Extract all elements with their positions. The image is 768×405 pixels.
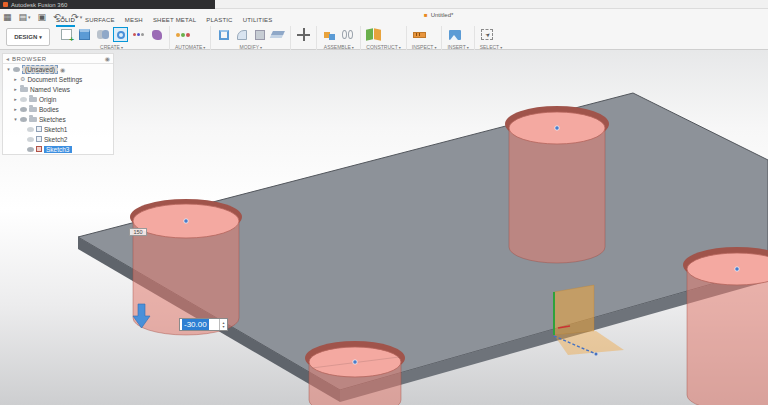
workspace-selector[interactable]: DESIGN ▾	[6, 28, 50, 46]
save-button[interactable]: ▣	[38, 12, 47, 22]
tree-row-sketch3-selected[interactable]: Sketch3	[3, 144, 113, 154]
stepper-control[interactable]: ▴ ▾	[219, 319, 227, 330]
app-title: Autodesk Fusion 360	[11, 2, 67, 8]
ribbon-groups: + CREATE▾ AUTOMATE▾ MODIFY▾	[54, 26, 507, 50]
chevron-down-icon: ▾	[28, 12, 31, 22]
chevron-down-icon: ▾	[352, 45, 354, 50]
group-create: + CREATE▾	[54, 26, 170, 50]
browser-header: ◂ BROWSER ◉	[3, 54, 113, 64]
create-sketch-icon[interactable]: +	[59, 27, 74, 42]
fusion-logo-icon	[3, 2, 8, 7]
caret-right-icon[interactable]: ▸	[13, 96, 18, 102]
title-bar-left: Autodesk Fusion 360	[0, 0, 215, 9]
group-assemble: ASSEMBLE▾	[317, 26, 361, 50]
distance-input[interactable]: -30.00 ▴ ▾	[179, 318, 228, 331]
move-icon[interactable]	[296, 27, 311, 42]
chevron-down-icon: ▾	[399, 45, 401, 50]
tree-root-row[interactable]: ▾ (Unsaved) ◉	[3, 64, 113, 74]
caret-right-icon[interactable]: ▸	[13, 106, 18, 112]
group-select: ➤ SELECT▾	[475, 26, 507, 50]
center-point-bottom[interactable]	[353, 360, 357, 364]
browser-title: BROWSER	[12, 56, 102, 62]
combine-icon[interactable]	[270, 27, 285, 42]
visibility-eye-icon[interactable]	[27, 147, 34, 152]
caret-right-icon[interactable]: ▸	[13, 76, 18, 82]
group-insert: INSERT▾	[442, 26, 474, 50]
ribbon: Autodesk Fusion 360 ▦ ▤▾ ▣ ↶▾ ↷▾ ■ Untit…	[0, 0, 768, 50]
folder-icon	[29, 107, 37, 112]
document-root-label[interactable]: (Unsaved)	[22, 65, 58, 74]
document-icon: ■	[424, 12, 428, 18]
select-icon[interactable]: ➤	[480, 27, 495, 42]
distance-value-selected[interactable]: -30.00	[182, 319, 209, 330]
measure-icon[interactable]	[412, 27, 427, 42]
caret-down-icon[interactable]: ▾	[6, 66, 11, 72]
cylinder-body-top[interactable]	[509, 128, 605, 263]
browser-panel: ◂ BROWSER ◉ ▾ (Unsaved) ◉ ▸ ⚙ Document S…	[2, 53, 114, 155]
sweep-icon[interactable]	[95, 27, 110, 42]
tree-row-sketch2[interactable]: Sketch2	[3, 134, 113, 144]
file-menu-button[interactable]: ▤▾	[19, 12, 31, 22]
caret-down-icon[interactable]: ▾	[13, 116, 18, 122]
chevron-down-icon: ▾	[121, 45, 123, 50]
center-point-left[interactable]	[184, 219, 188, 223]
collapse-panel-icon[interactable]: ◂	[6, 55, 9, 62]
extrude-icon[interactable]	[77, 27, 92, 42]
stepper-down-icon[interactable]: ▾	[222, 325, 224, 329]
tree-row-document-settings[interactable]: ▸ ⚙ Document Settings	[3, 74, 113, 84]
folder-icon	[20, 87, 28, 92]
group-construct: CONSTRUCT▾	[361, 26, 406, 50]
folder-icon	[29, 117, 37, 122]
visibility-eye-icon[interactable]	[20, 107, 27, 112]
shell-icon[interactable]	[252, 27, 267, 42]
automate-icon[interactable]	[175, 27, 190, 42]
chevron-down-icon: ▾	[260, 45, 262, 50]
axis-end-dot	[595, 353, 598, 356]
pattern-icon[interactable]	[131, 27, 146, 42]
workspace-label: DESIGN	[14, 34, 37, 40]
form-icon[interactable]	[149, 27, 164, 42]
sketch-icon	[36, 126, 42, 132]
component-color-icon: ◉	[60, 66, 65, 73]
tree-row-sketch1[interactable]: Sketch1	[3, 124, 113, 134]
group-modify: MODIFY▾	[211, 26, 291, 50]
sketch-icon	[36, 146, 42, 152]
display-settings-icon[interactable]: ◉	[105, 55, 110, 62]
group-inspect: INSPECT▾	[407, 26, 443, 50]
joint-icon[interactable]	[340, 27, 355, 42]
construct-plane-icon[interactable]	[366, 27, 381, 42]
chevron-down-icon: ▾	[203, 45, 205, 50]
document-tab[interactable]: ■ Untitled*	[420, 9, 457, 20]
folder-icon	[29, 97, 37, 102]
press-pull-icon[interactable]	[216, 27, 231, 42]
visibility-eye-icon[interactable]	[20, 97, 27, 102]
visibility-eye-icon[interactable]	[20, 117, 27, 122]
cylinder-body-right[interactable]	[687, 269, 768, 405]
tree-row-named-views[interactable]: ▸ Named Views	[3, 84, 113, 94]
sketch-plane-below[interactable]	[554, 331, 624, 355]
app-grid-icon[interactable]: ▦	[3, 12, 12, 22]
caret-right-icon[interactable]: ▸	[13, 86, 18, 92]
tree-row-origin[interactable]: ▸ Origin	[3, 94, 113, 104]
group-move	[291, 26, 317, 50]
chevron-down-icon: ▾	[39, 34, 42, 40]
insert-image-icon[interactable]	[447, 27, 462, 42]
chevron-down-icon: ▾	[434, 45, 436, 50]
fillet-icon[interactable]	[234, 27, 249, 42]
gear-icon: ⚙	[20, 76, 25, 82]
visibility-eye-icon[interactable]	[27, 127, 34, 132]
center-point-top[interactable]	[555, 126, 559, 130]
group-automate: AUTOMATE▾	[170, 26, 211, 50]
visibility-eye-icon[interactable]	[27, 137, 34, 142]
title-bar: Autodesk Fusion 360	[0, 0, 768, 9]
document-tab-label: Untitled*	[431, 12, 454, 18]
tree-row-sketches[interactable]: ▾ Sketches	[3, 114, 113, 124]
active-tool-icon[interactable]	[113, 27, 128, 42]
edge-dimension-label: 150	[129, 228, 147, 236]
center-point-right[interactable]	[735, 267, 739, 271]
visibility-eye-icon[interactable]	[13, 67, 20, 72]
sketch-icon	[36, 136, 42, 142]
new-component-icon[interactable]	[322, 27, 337, 42]
tree-row-bodies[interactable]: ▸ Bodies	[3, 104, 113, 114]
chevron-down-icon: ▾	[467, 45, 469, 50]
